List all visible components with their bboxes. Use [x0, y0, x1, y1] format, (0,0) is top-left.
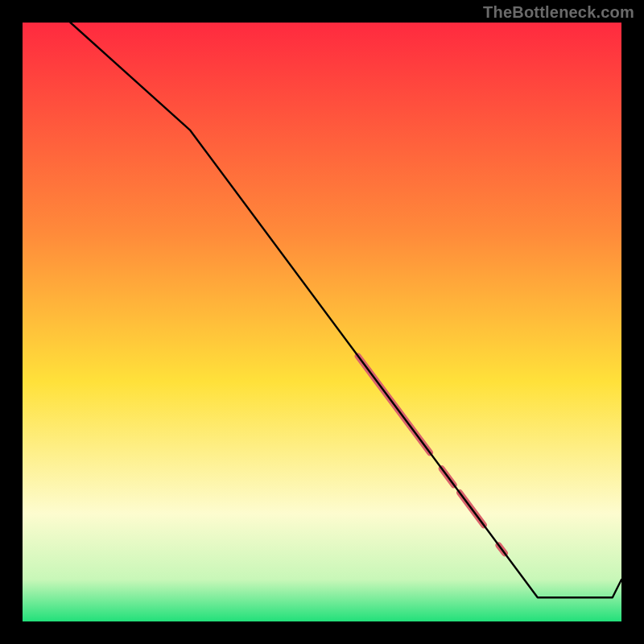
watermark-label: TheBottleneck.com	[483, 3, 634, 22]
plot-background	[23, 23, 621, 621]
chart-stage: TheBottleneck.com	[0, 0, 644, 644]
chart-svg	[0, 0, 644, 644]
